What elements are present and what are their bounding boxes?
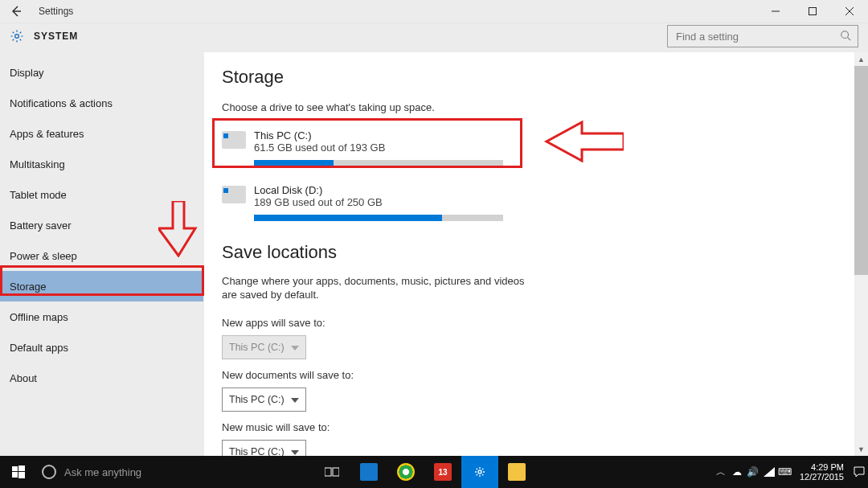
- dropdown-value: This PC (C:): [229, 446, 285, 456]
- sidebar-item-label: Default apps: [10, 342, 68, 354]
- save-locations-text: Change where your apps, documents, music…: [222, 274, 527, 302]
- drive-usage-bar: [254, 160, 503, 166]
- sidebar-item-label: Apps & features: [10, 128, 84, 140]
- svg-point-9: [478, 470, 481, 474]
- taskbar-clock[interactable]: 4:29 PM 12/27/2015: [793, 462, 850, 482]
- page-title: Storage: [222, 67, 850, 88]
- minimize-button[interactable]: [757, 0, 794, 23]
- svg-rect-0: [809, 8, 817, 15]
- task-view-button[interactable]: [313, 456, 350, 488]
- svg-rect-8: [333, 468, 339, 476]
- tray-network-icon[interactable]: [761, 456, 777, 488]
- save-music-label: New music will save to:: [222, 421, 850, 433]
- sidebar-item-storage[interactable]: Storage: [0, 271, 203, 301]
- svg-rect-6: [18, 472, 25, 478]
- scroll-down-button[interactable]: ▼: [854, 442, 868, 456]
- back-button[interactable]: [5, 0, 27, 23]
- drive-icon: [222, 186, 246, 203]
- svg-point-2: [841, 31, 849, 38]
- content-pane: Storage Choose a drive to see what's tak…: [204, 52, 868, 456]
- taskbar: Ask me anything 13 ︿ ☁ 🔊 ⌨ 4:29 PM 12/27…: [0, 456, 868, 488]
- svg-rect-5: [12, 472, 18, 478]
- sidebar-item-offline-maps[interactable]: Offline maps: [0, 301, 203, 332]
- sidebar-item-apps-features[interactable]: Apps & features: [0, 118, 203, 149]
- sidebar-item-default-apps[interactable]: Default apps: [0, 332, 203, 363]
- svg-rect-3: [12, 466, 18, 471]
- clock-time: 4:29 PM: [811, 462, 844, 472]
- sidebar-item-label: Multitasking: [10, 158, 65, 170]
- svg-rect-7: [325, 468, 331, 476]
- cortana-search[interactable]: Ask me anything: [37, 456, 153, 488]
- svg-rect-4: [18, 465, 25, 471]
- tray-chevron-icon[interactable]: ︿: [713, 456, 729, 488]
- maximize-button[interactable]: [794, 0, 831, 23]
- taskbar-app-chrome[interactable]: [387, 456, 424, 488]
- drive-usage-text: 61.5 GB used out of 193 GB: [254, 141, 503, 154]
- save-apps-label: New apps will save to:: [222, 317, 850, 329]
- close-button[interactable]: [831, 0, 868, 23]
- window-titlebar: Settings: [0, 0, 868, 23]
- settings-search-input[interactable]: [674, 30, 840, 43]
- start-button[interactable]: [0, 456, 37, 488]
- save-apps-dropdown: This PC (C:): [222, 335, 306, 359]
- save-music-dropdown[interactable]: This PC (C:): [222, 440, 306, 456]
- search-icon: [840, 30, 851, 43]
- settings-header: SYSTEM: [0, 23, 868, 52]
- sidebar-item-label: About: [10, 372, 37, 384]
- section-title: SYSTEM: [34, 31, 78, 42]
- sidebar-item-about[interactable]: About: [0, 363, 203, 393]
- settings-search[interactable]: [667, 25, 858, 47]
- scroll-up-button[interactable]: ▲: [854, 52, 868, 66]
- drive-name: Local Disk (D:): [254, 184, 503, 196]
- svg-point-1: [15, 35, 19, 39]
- system-tray: ︿ ☁ 🔊 ⌨ 4:29 PM 12/27/2015: [713, 456, 868, 488]
- dropdown-value: This PC (C:): [229, 342, 285, 353]
- tray-onedrive-icon[interactable]: ☁: [729, 456, 745, 488]
- sidebar-item-label: Display: [10, 67, 44, 79]
- drive-usage-bar: [254, 215, 503, 221]
- sidebar-item-notifications[interactable]: Notifications & actions: [0, 88, 203, 118]
- sidebar-item-multitasking[interactable]: Multitasking: [0, 149, 203, 179]
- sidebar-item-display[interactable]: Display: [0, 57, 203, 88]
- tray-volume-icon[interactable]: 🔊: [745, 456, 761, 488]
- save-documents-dropdown[interactable]: This PC (C:): [222, 388, 306, 412]
- sidebar-item-battery-saver[interactable]: Battery saver: [0, 210, 203, 240]
- drive-usage-text: 189 GB used out of 250 GB: [254, 196, 503, 208]
- window-title: Settings: [39, 6, 73, 17]
- gear-icon: [10, 29, 24, 43]
- sidebar-item-label: Battery saver: [10, 219, 72, 232]
- taskbar-app-settings[interactable]: [461, 456, 498, 488]
- scroll-thumb[interactable]: [854, 66, 868, 275]
- cortana-placeholder: Ask me anything: [64, 466, 141, 478]
- choose-drive-text: Choose a drive to see what's taking up s…: [222, 100, 527, 115]
- tray-keyboard-icon[interactable]: ⌨: [777, 456, 793, 488]
- drive-c[interactable]: This PC (C:) 61.5 GB used out of 193 GB: [222, 129, 850, 166]
- sidebar-item-label: Tablet mode: [10, 189, 67, 201]
- drive-name: This PC (C:): [254, 129, 503, 141]
- sidebar-item-tablet-mode[interactable]: Tablet mode: [0, 179, 203, 210]
- drive-icon: [222, 131, 246, 149]
- taskbar-app-edge[interactable]: [350, 456, 387, 488]
- taskbar-app-calendar[interactable]: 13: [424, 456, 461, 488]
- sidebar-item-label: Notifications & actions: [10, 97, 113, 109]
- action-center-button[interactable]: [850, 456, 868, 488]
- save-locations-title: Save locations: [222, 242, 850, 263]
- sidebar-item-label: Storage: [10, 281, 47, 293]
- save-documents-label: New documents will save to:: [222, 369, 850, 381]
- sidebar-item-label: Offline maps: [10, 311, 68, 323]
- drive-d[interactable]: Local Disk (D:) 189 GB used out of 250 G…: [222, 184, 850, 221]
- sidebar: Display Notifications & actions Apps & f…: [0, 52, 204, 456]
- sidebar-item-label: Power & sleep: [10, 250, 77, 262]
- sidebar-item-power-sleep[interactable]: Power & sleep: [0, 240, 203, 271]
- dropdown-value: This PC (C:): [229, 394, 285, 405]
- cortana-icon: [42, 465, 56, 479]
- taskbar-app-explorer[interactable]: [498, 456, 535, 488]
- clock-date: 12/27/2015: [800, 472, 844, 482]
